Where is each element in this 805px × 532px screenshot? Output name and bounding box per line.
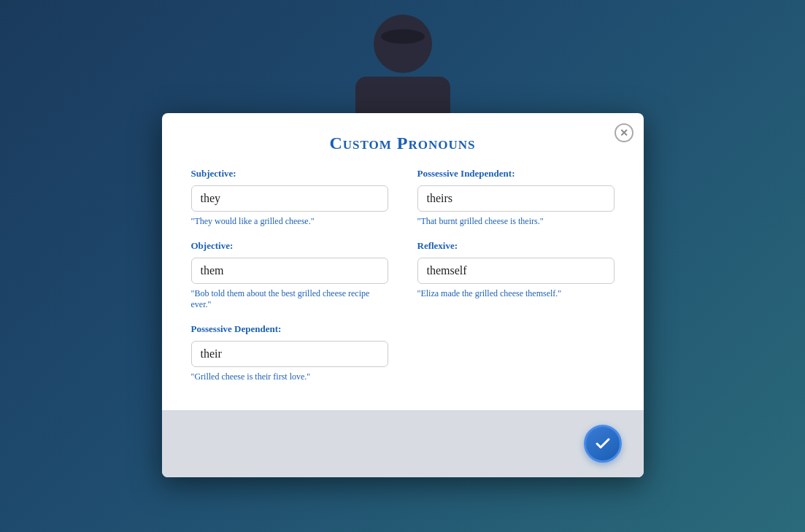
possessive-independent-example: "That burnt grilled cheese is theirs." xyxy=(417,216,615,227)
subjective-example: "They would like a grilled cheese." xyxy=(191,216,388,227)
possessive-independent-field-group: Possessive Independent: "That burnt gril… xyxy=(417,168,615,227)
custom-pronouns-dialog: ✕ Custom Pronouns Subjective: "They woul… xyxy=(162,113,644,477)
possessive-independent-label: Possessive Independent: xyxy=(417,168,615,180)
subjective-label: Subjective: xyxy=(191,168,388,180)
checkmark-icon xyxy=(594,435,612,452)
possessive-dependent-label: Possessive Dependent: xyxy=(191,323,388,335)
reflexive-label: Reflexive: xyxy=(417,240,615,252)
close-button[interactable]: ✕ xyxy=(615,123,633,142)
objective-input[interactable] xyxy=(191,258,388,284)
possessive-dependent-example: "Grilled cheese is their first love." xyxy=(191,371,388,382)
objective-field-group: Objective: "Bob told them about the best… xyxy=(191,240,388,310)
objective-example: "Bob told them about the best grilled ch… xyxy=(191,288,388,310)
confirm-button[interactable] xyxy=(584,425,622,463)
reflexive-field-group: Reflexive: "Eliza made the grilled chees… xyxy=(417,240,615,310)
possessive-independent-input[interactable] xyxy=(417,185,615,212)
possessive-dependent-field-group: Possessive Dependent: "Grilled cheese is… xyxy=(191,323,388,382)
dialog-title: Custom Pronouns xyxy=(177,134,629,153)
reflexive-example: "Eliza made the grilled cheese themself.… xyxy=(417,288,615,299)
objective-label: Objective: xyxy=(191,240,388,252)
dialog-footer xyxy=(162,410,644,477)
dialog-overlay: ✕ Custom Pronouns Subjective: "They woul… xyxy=(0,0,805,532)
reflexive-input[interactable] xyxy=(417,258,615,284)
possessive-dependent-input[interactable] xyxy=(191,341,388,367)
subjective-field-group: Subjective: "They would like a grilled c… xyxy=(191,168,388,227)
subjective-input[interactable] xyxy=(191,185,388,212)
dialog-header: Custom Pronouns xyxy=(162,113,644,161)
dialog-body: Subjective: "They would like a grilled c… xyxy=(162,161,644,410)
